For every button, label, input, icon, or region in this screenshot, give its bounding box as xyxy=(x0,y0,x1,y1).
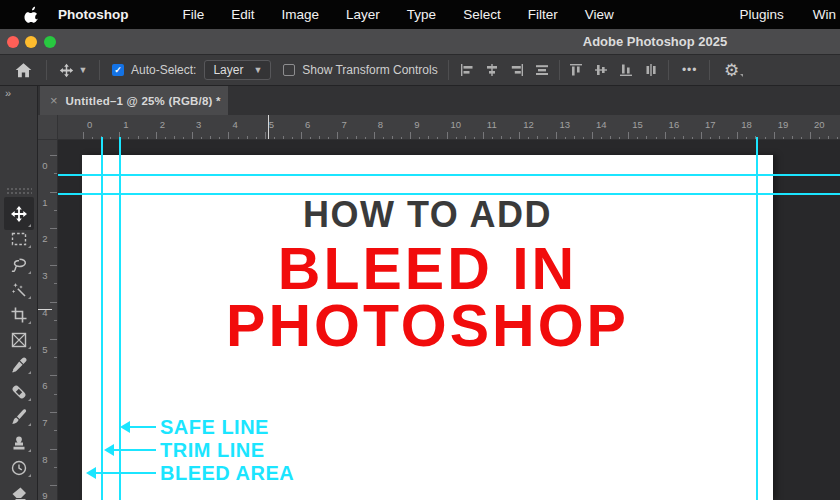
headline-line2: BLEED IN xyxy=(82,240,773,299)
callout-label-trim-line: TRIM LINE xyxy=(160,440,265,460)
guide-trim-right[interactable] xyxy=(756,137,758,500)
auto-select-checkbox[interactable]: ✓ xyxy=(112,64,124,76)
align-buttons-group xyxy=(455,58,555,82)
menu-item-view[interactable]: View xyxy=(585,7,614,22)
menu-item-file[interactable]: File xyxy=(183,7,205,22)
menu-item-edit[interactable]: Edit xyxy=(231,7,254,22)
hruler-tick xyxy=(374,132,375,139)
hruler-tick xyxy=(301,132,302,139)
vruler-number: 8 xyxy=(38,454,52,465)
history-brush-tool[interactable] xyxy=(4,455,34,480)
chevron-down-icon: ▼ xyxy=(79,65,88,75)
hruler-tick xyxy=(628,132,629,139)
auto-select-label: Auto-Select: xyxy=(131,63,196,77)
hruler-quartertick xyxy=(238,137,239,139)
hruler-quartertick xyxy=(310,137,311,139)
document-tab[interactable]: × Untitled–1 @ 25% (RGB/8) * xyxy=(40,86,228,115)
healing-brush-tool[interactable] xyxy=(4,379,34,404)
menu-item-layer[interactable]: Layer xyxy=(346,7,380,22)
vruler-cursor-marker xyxy=(38,309,52,310)
hruler-quartertick xyxy=(183,137,184,139)
brush-tool[interactable] xyxy=(4,404,34,429)
hruler-tick xyxy=(774,132,775,139)
hruler-halftick xyxy=(319,136,320,139)
more-options-button[interactable]: ••• xyxy=(673,63,707,77)
crop-tool[interactable] xyxy=(4,302,34,327)
hruler-number: 0 xyxy=(87,119,92,130)
vruler-tick xyxy=(50,192,57,193)
collapse-toolbar-icon[interactable]: » xyxy=(5,87,10,99)
vruler-halftick xyxy=(54,430,57,431)
frame-tool[interactable] xyxy=(4,327,34,352)
apple-icon[interactable] xyxy=(24,6,40,23)
hruler-quartertick xyxy=(674,137,675,139)
hruler-number: 18 xyxy=(741,119,752,130)
hruler-number: 2 xyxy=(160,119,165,130)
toolbar-grip-handle[interactable] xyxy=(6,187,32,196)
align-left-edges-button[interactable] xyxy=(455,58,480,82)
ruler-corner[interactable] xyxy=(38,115,58,140)
menubar-app-name[interactable]: Photoshop xyxy=(58,7,129,22)
close-tab-icon[interactable]: × xyxy=(50,93,58,108)
align-vertical-centers-button[interactable] xyxy=(589,58,614,82)
hruler-quartertick xyxy=(474,137,475,139)
distribute-horizontally-button[interactable] xyxy=(530,58,555,82)
align-horizontal-centers-button[interactable] xyxy=(480,58,505,82)
hruler-quartertick xyxy=(92,137,93,139)
canvas-area[interactable]: HOW TO ADD BLEED IN PHOTOSHOP SAFE LINET… xyxy=(58,140,840,500)
guide-trim-left[interactable] xyxy=(101,137,103,500)
vertical-ruler[interactable]: 0123456789 xyxy=(38,140,58,500)
hruler-quartertick xyxy=(201,137,202,139)
hruler-quartertick xyxy=(819,137,820,139)
horizontal-ruler[interactable]: 01234567891011121314151617181920 xyxy=(58,115,840,140)
guide-safe-top[interactable] xyxy=(58,193,840,195)
menu-item-plugins[interactable]: Plugins xyxy=(739,7,783,22)
eraser-tool-icon xyxy=(10,485,28,500)
hruler-quartertick xyxy=(528,137,529,139)
vruler-number: 1 xyxy=(38,197,52,208)
menu-item-image[interactable]: Image xyxy=(282,7,320,22)
home-button[interactable] xyxy=(0,61,46,80)
vruler-number: 6 xyxy=(38,380,52,391)
hruler-quartertick xyxy=(110,137,111,139)
auto-select-dropdown[interactable]: Layer ▼ xyxy=(204,60,271,80)
lasso-tool[interactable] xyxy=(4,252,34,277)
separator xyxy=(559,60,560,80)
hruler-halftick xyxy=(537,136,538,139)
menu-item-win[interactable]: Win xyxy=(813,7,836,22)
hruler-number: 20 xyxy=(814,119,825,130)
menu-item-filter[interactable]: Filter xyxy=(528,7,558,22)
align-top-edges-button[interactable] xyxy=(564,58,589,82)
zoom-window-button[interactable] xyxy=(44,36,56,48)
lasso-tool-icon xyxy=(10,256,28,274)
hruler-quartertick xyxy=(637,137,638,139)
vruler-halftick xyxy=(54,394,57,395)
hruler-number: 11 xyxy=(487,119,497,130)
guide-safe-left[interactable] xyxy=(119,137,121,500)
align-bottom-edges-button[interactable] xyxy=(614,58,639,82)
menu-item-type[interactable]: Type xyxy=(407,7,436,22)
guide-trim-top[interactable] xyxy=(58,174,840,176)
move-tool-preset-button[interactable]: ▼ xyxy=(47,63,99,78)
hruler-quartertick xyxy=(783,137,784,139)
document-tab-title: Untitled–1 @ 25% (RGB/8) * xyxy=(66,95,221,107)
close-window-button[interactable] xyxy=(7,36,19,48)
hruler-halftick xyxy=(792,136,793,139)
vruler-tick xyxy=(50,155,57,156)
rectangular-marquee-tool[interactable] xyxy=(4,226,34,251)
align-right-edges-button[interactable] xyxy=(505,58,530,82)
eyedropper-tool[interactable] xyxy=(4,352,34,377)
gear-icon[interactable]: ⚙ xyxy=(712,60,752,81)
magic-wand-tool[interactable] xyxy=(4,277,34,302)
hruler-quartertick xyxy=(128,137,129,139)
distribute-vertically-icon xyxy=(643,62,659,78)
hruler-tick xyxy=(737,132,738,139)
hruler-halftick xyxy=(428,136,429,139)
clone-stamp-tool[interactable] xyxy=(4,430,34,455)
menu-item-select[interactable]: Select xyxy=(463,7,501,22)
distribute-vertically-button[interactable] xyxy=(639,58,664,82)
hruler-tick xyxy=(556,132,557,139)
eraser-tool[interactable] xyxy=(4,481,34,500)
minimize-window-button[interactable] xyxy=(25,36,37,48)
show-transform-checkbox[interactable] xyxy=(283,64,295,76)
